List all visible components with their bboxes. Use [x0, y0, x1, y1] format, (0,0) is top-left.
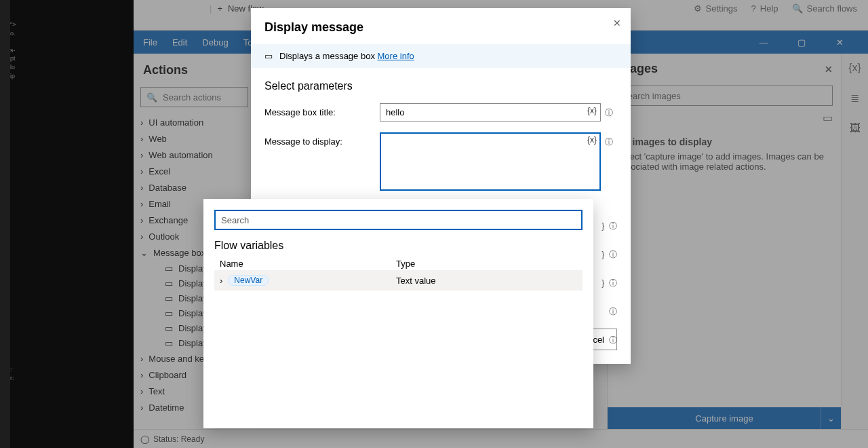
chevron-down-icon: ⌄	[140, 248, 148, 258]
info-column: } ⓘ } ⓘ } ⓘ ⓘ ⓘ	[601, 212, 617, 354]
search-icon: 🔍	[792, 3, 803, 14]
window-minimize[interactable]: —	[750, 37, 777, 48]
message-icon: ▭	[165, 338, 173, 348]
variable-row[interactable]: › NewVar Text value	[214, 270, 583, 291]
field-title: Message box title: {x} ⓘ	[264, 103, 617, 122]
window-close[interactable]: ✕	[826, 37, 853, 48]
section-title: Select parameters	[264, 80, 617, 92]
variable-picker-icon[interactable]: {x}	[587, 135, 597, 145]
menu-debug[interactable]: Debug	[202, 37, 228, 48]
search-flows-button[interactable]: 🔍Search flows	[792, 3, 857, 14]
tree-node[interactable]: ›Excel	[134, 163, 255, 179]
close-icon[interactable]: ✕	[825, 64, 833, 75]
variable-picker-icon[interactable]: {x}	[587, 106, 597, 115]
chevron-right-icon: ›	[220, 276, 222, 286]
new-image-icon[interactable]: ▭	[823, 111, 833, 124]
info-icon[interactable]: } ⓘ	[601, 212, 617, 240]
menu-file[interactable]: File	[143, 37, 157, 48]
chevron-right-icon: ›	[140, 403, 143, 413]
message-icon: ▭	[165, 323, 173, 333]
chevron-right-icon: ›	[140, 231, 143, 242]
message-icon: ▭	[165, 293, 173, 303]
images-icon[interactable]: 🖼	[850, 122, 861, 134]
info-icon[interactable]: ⓘ	[601, 326, 617, 354]
variable-type: Text value	[396, 276, 436, 286]
chevron-right-icon: ›	[140, 215, 143, 225]
divider-icon: |	[210, 3, 212, 14]
window-maximize[interactable]: ▢	[788, 37, 815, 48]
vscode-gutter	[0, 0, 10, 448]
col-name: Name	[220, 259, 396, 269]
actions-search[interactable]: 🔍 Search actions	[140, 87, 248, 107]
info-icon[interactable]: } ⓘ	[601, 269, 617, 297]
variable-picker-popover: Search Flow variables Name Type › NewVar…	[203, 199, 593, 428]
close-icon[interactable]: ✕	[613, 18, 621, 29]
chevron-right-icon: ›	[140, 354, 143, 364]
variable-search[interactable]: Search	[214, 210, 583, 230]
more-info-link[interactable]: More info	[378, 51, 414, 61]
popover-title: Flow variables	[214, 240, 583, 252]
chevron-right-icon: ›	[140, 183, 143, 193]
tree-node[interactable]: ›Database	[134, 179, 255, 195]
col-type: Type	[396, 259, 415, 269]
help-button[interactable]: ?Help	[751, 3, 778, 14]
dialog-description: ▭ Displays a message box More info	[251, 44, 631, 68]
message-icon: ▭	[165, 308, 173, 318]
info-icon[interactable]: } ⓘ	[601, 240, 617, 269]
info-icon[interactable]: ⓘ	[601, 132, 617, 148]
message-icon: ▭	[165, 278, 173, 288]
help-icon: ?	[751, 3, 756, 14]
status-text: Status: Ready	[153, 434, 204, 444]
chevron-right-icon: ›	[140, 166, 143, 176]
vscode-editor-bg: ">o. s-ptloip :r:	[10, 0, 134, 448]
status-bar: ◯ Status: Ready	[134, 429, 868, 448]
images-empty: No images to display Select 'capture ima…	[608, 124, 841, 184]
field-message: Message to display: {x} ⓘ	[264, 132, 617, 193]
variable-chip[interactable]: NewVar	[228, 275, 269, 286]
variable-table-header: Name Type	[214, 259, 583, 269]
chevron-right-icon: ›	[140, 370, 143, 380]
gear-icon: ⚙	[694, 3, 702, 14]
capture-image-button[interactable]: Capture image ⌄	[608, 407, 841, 429]
chevron-right-icon: ›	[140, 134, 143, 144]
variables-icon[interactable]: {x}	[848, 62, 861, 74]
tree-node[interactable]: ›Web automation	[134, 147, 255, 163]
chevron-right-icon: ›	[140, 199, 143, 209]
message-input[interactable]	[380, 132, 601, 191]
field-label: Message box title:	[264, 103, 380, 117]
message-icon: ▭	[165, 263, 173, 274]
message-icon: ▭	[264, 51, 273, 61]
actions-title: Actions	[134, 60, 255, 84]
search-icon: 🔍	[146, 92, 157, 102]
info-icon[interactable]: ⓘ	[601, 103, 617, 119]
chevron-right-icon: ›	[140, 117, 143, 128]
title-input[interactable]	[380, 103, 601, 122]
status-icon: ◯	[140, 434, 149, 444]
chevron-right-icon: ›	[140, 150, 143, 160]
images-search[interactable]: Search images	[616, 86, 833, 106]
dialog-title: Display message	[264, 20, 617, 35]
plus-icon: +	[217, 3, 222, 14]
tree-node[interactable]: ›UI automation	[134, 114, 255, 130]
settings-button[interactable]: ⚙Settings	[694, 3, 738, 14]
images-panel: Images ✕ Search images ▭ No images to di…	[607, 54, 841, 429]
chevron-down-icon[interactable]: ⌄	[821, 407, 841, 429]
side-rail: {x} ≣ 🖼	[841, 54, 868, 429]
tree-node[interactable]: ›Web	[134, 130, 255, 147]
menu-edit[interactable]: Edit	[172, 37, 187, 48]
field-label: Message to display:	[264, 132, 380, 147]
layers-icon[interactable]: ≣	[850, 92, 859, 105]
info-icon[interactable]: ⓘ	[601, 297, 617, 326]
chevron-right-icon: ›	[140, 386, 143, 396]
